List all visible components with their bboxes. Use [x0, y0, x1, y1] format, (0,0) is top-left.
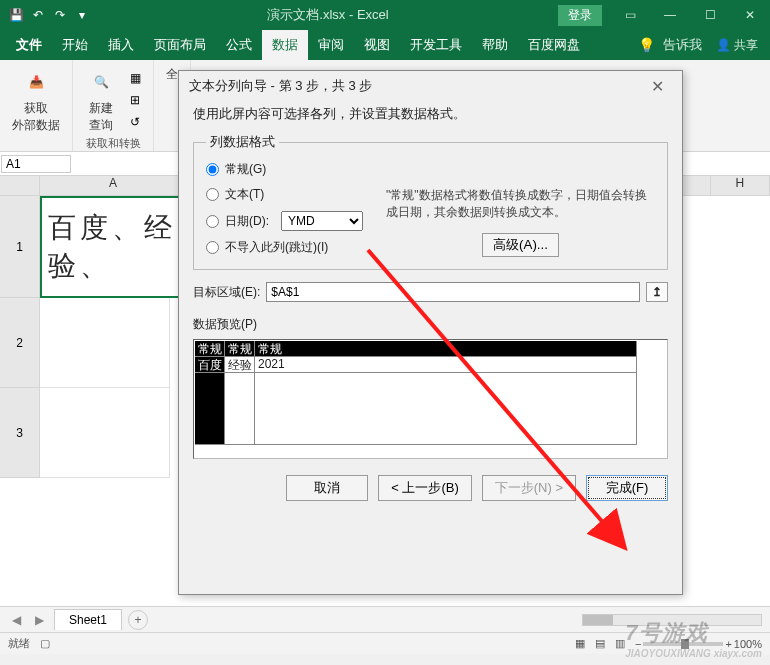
share-button[interactable]: 👤 共享	[710, 35, 764, 56]
data-preview[interactable]: 常规 常规 常规 百度 经验 2021	[193, 339, 668, 459]
date-format-select[interactable]: YMD	[281, 211, 363, 231]
tab-help[interactable]: 帮助	[472, 30, 518, 60]
dialog-instruction: 使用此屏内容可选择各列，并设置其数据格式。	[193, 105, 668, 123]
row-header-3[interactable]: 3	[0, 388, 40, 478]
preview-label: 数据预览(P)	[193, 316, 668, 333]
radio-general[interactable]: 常规(G)	[206, 161, 386, 178]
new-sheet-button[interactable]: +	[128, 610, 148, 630]
dialog-close-icon[interactable]: ✕	[642, 77, 672, 96]
view-page-icon[interactable]: ▤	[595, 637, 605, 650]
radio-text[interactable]: 文本(T)	[206, 186, 386, 203]
cancel-button[interactable]: 取消	[286, 475, 368, 501]
tab-review[interactable]: 审阅	[308, 30, 354, 60]
new-query-icon: 🔍	[85, 66, 117, 98]
preview-cell-2: 2021	[255, 357, 637, 373]
preview-cell-0: 百度	[195, 357, 225, 373]
macro-record-icon[interactable]: ▢	[40, 637, 50, 650]
col-header-a[interactable]: A	[40, 176, 188, 195]
preview-header-2: 常规	[255, 341, 637, 357]
text-to-columns-dialog: 文本分列向导 - 第 3 步，共 3 步 ✕ 使用此屏内容可选择各列，并设置其数…	[178, 70, 683, 595]
save-icon[interactable]: 💾	[8, 7, 24, 23]
status-ready: 就绪	[8, 636, 30, 651]
tab-data[interactable]: 数据	[262, 30, 308, 60]
fieldset-legend: 列数据格式	[206, 133, 279, 151]
quick-access-toolbar: 💾 ↶ ↷ ▾	[0, 7, 98, 23]
close-icon[interactable]: ✕	[730, 0, 770, 30]
tab-formulas[interactable]: 公式	[216, 30, 262, 60]
tab-file[interactable]: 文件	[6, 30, 52, 60]
login-button[interactable]: 登录	[558, 5, 602, 26]
get-external-data-button[interactable]: 📥 获取 外部数据	[8, 64, 64, 136]
window-controls: 登录 ▭ — ☐ ✕	[558, 0, 770, 30]
from-table-icon[interactable]: ⊞	[125, 90, 145, 110]
maximize-icon[interactable]: ☐	[690, 0, 730, 30]
destination-label: 目标区域(E):	[193, 284, 260, 301]
tab-layout[interactable]: 页面布局	[144, 30, 216, 60]
sheet-tab-sheet1[interactable]: Sheet1	[54, 609, 122, 630]
qat-customize-icon[interactable]: ▾	[74, 7, 90, 23]
name-box[interactable]	[1, 155, 71, 173]
tab-view[interactable]: 视图	[354, 30, 400, 60]
ribbon-display-icon[interactable]: ▭	[610, 0, 650, 30]
recent-sources-icon[interactable]: ↺	[125, 112, 145, 132]
dialog-buttons: 取消 < 上一步(B) 下一步(N) > 完成(F)	[179, 463, 682, 515]
range-selector-icon[interactable]: ↥	[646, 282, 668, 302]
watermark: 7号游戏 JIAOYOUXIWANG xiayx.com	[625, 618, 762, 659]
radio-skip[interactable]: 不导入此列(跳过)(I)	[206, 239, 386, 256]
tab-baidu[interactable]: 百度网盘	[518, 30, 590, 60]
col-header-h[interactable]: H	[711, 176, 770, 195]
column-data-format-fieldset: 列数据格式 常规(G) 文本(T) 日期(D): YM	[193, 133, 668, 270]
radio-date[interactable]: 日期(D): YMD	[206, 211, 386, 231]
cell-a3[interactable]	[40, 388, 170, 478]
title-bar: 💾 ↶ ↷ ▾ 演示文档.xlsx - Excel 登录 ▭ — ☐ ✕	[0, 0, 770, 30]
destination-input[interactable]	[266, 282, 640, 302]
cell-a2[interactable]	[40, 298, 170, 388]
row-header-2[interactable]: 2	[0, 298, 40, 388]
preview-header-1: 常规	[225, 341, 255, 357]
preview-cell-1: 经验	[225, 357, 255, 373]
tellme-button[interactable]: 告诉我	[663, 36, 702, 54]
ribbon-group-get-transform: 🔍 新建 查询 ▦ ⊞ ↺ 获取和转换	[73, 60, 154, 151]
redo-icon[interactable]: ↷	[52, 7, 68, 23]
tab-insert[interactable]: 插入	[98, 30, 144, 60]
ribbon-group-external-data: 📥 获取 外部数据	[0, 60, 73, 151]
sheet-nav-prev-icon[interactable]: ◀	[8, 613, 25, 627]
new-query-button[interactable]: 🔍 新建 查询	[81, 64, 121, 136]
format-description: "常规"数据格式将数值转换成数字，日期值会转换成日期，其余数据则转换成文本。	[386, 187, 655, 221]
undo-icon[interactable]: ↶	[30, 7, 46, 23]
view-pagebreak-icon[interactable]: ▥	[615, 637, 625, 650]
dialog-titlebar[interactable]: 文本分列向导 - 第 3 步，共 3 步 ✕	[179, 71, 682, 101]
dialog-title: 文本分列向导 - 第 3 步，共 3 步	[189, 77, 642, 95]
finish-button[interactable]: 完成(F)	[586, 475, 668, 501]
sheet-nav-next-icon[interactable]: ▶	[31, 613, 48, 627]
back-button[interactable]: < 上一步(B)	[378, 475, 472, 501]
show-queries-icon[interactable]: ▦	[125, 68, 145, 88]
advanced-button[interactable]: 高级(A)...	[482, 233, 559, 257]
ribbon-tabs: 文件 开始 插入 页面布局 公式 数据 审阅 视图 开发工具 帮助 百度网盘 💡…	[0, 30, 770, 60]
window-title: 演示文档.xlsx - Excel	[98, 6, 558, 24]
lightbulb-icon: 💡	[638, 37, 655, 53]
minimize-icon[interactable]: —	[650, 0, 690, 30]
select-all-corner[interactable]	[0, 176, 40, 195]
row-header-1[interactable]: 1	[0, 196, 40, 298]
preview-header-0: 常规	[195, 341, 225, 357]
cell-a1[interactable]: 百度、经验、	[40, 196, 190, 298]
view-normal-icon[interactable]: ▦	[575, 637, 585, 650]
tab-home[interactable]: 开始	[52, 30, 98, 60]
next-button[interactable]: 下一步(N) >	[482, 475, 576, 501]
external-data-icon: 📥	[20, 66, 52, 98]
tab-dev[interactable]: 开发工具	[400, 30, 472, 60]
